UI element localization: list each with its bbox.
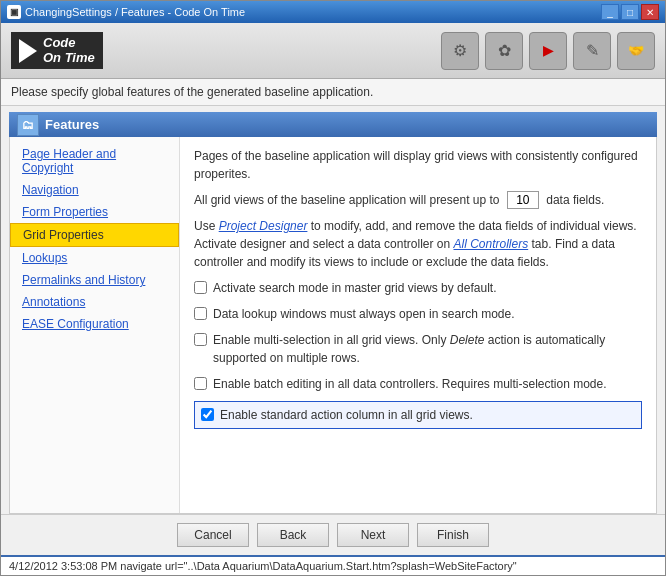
logo-text: Code On Time xyxy=(43,36,95,65)
nav-item-permalinks[interactable]: Permalinks and History xyxy=(10,269,179,291)
title-bar: ▣ ChangingSettings / Features - Code On … xyxy=(1,1,665,23)
checkbox-search-mode: Activate search mode in master grid view… xyxy=(194,279,642,297)
paragraph-3: Use Project Designer to modify, add, and… xyxy=(194,217,642,271)
settings-icon-btn[interactable]: ⚙ xyxy=(441,32,479,70)
nav-item-navigation[interactable]: Navigation xyxy=(10,179,179,201)
status-bar: 4/12/2012 3:53:08 PM navigate url="..\Da… xyxy=(1,555,665,575)
checkbox-search-mode-input[interactable] xyxy=(194,281,207,294)
nav-item-grid-properties[interactable]: Grid Properties xyxy=(10,223,179,247)
features-header: 🗂 Features xyxy=(9,112,657,137)
grid-count-suffix: data fields. xyxy=(546,191,604,209)
two-col-layout: Page Header and Copyright Navigation For… xyxy=(9,137,657,514)
status-text: 4/12/2012 3:53:08 PM navigate url="..\Da… xyxy=(9,560,517,572)
checkbox-batch-edit-label: Enable batch editing in all data control… xyxy=(213,375,607,393)
checkbox-lookup-search-label: Data lookup windows must always open in … xyxy=(213,305,515,323)
nav-item-form-properties[interactable]: Form Properties xyxy=(10,201,179,223)
checkbox-batch-edit: Enable batch editing in all data control… xyxy=(194,375,642,393)
checkbox-group: Activate search mode in master grid view… xyxy=(194,279,642,429)
grid-count-line: All grid views of the baseline applicati… xyxy=(194,191,642,209)
back-button[interactable]: Back xyxy=(257,523,329,547)
right-content: Pages of the baseline application will d… xyxy=(180,137,656,513)
left-nav: Page Header and Copyright Navigation For… xyxy=(10,137,180,513)
title-bar-controls: _ □ ✕ xyxy=(601,4,659,20)
grid-count-prefix: All grid views of the baseline applicati… xyxy=(194,191,500,209)
checkbox-lookup-search: Data lookup windows must always open in … xyxy=(194,305,642,323)
logo-box: Code On Time xyxy=(11,32,103,69)
checkbox-multi-select-input[interactable] xyxy=(194,333,207,346)
button-bar: Cancel Back Next Finish xyxy=(1,514,665,555)
features-label: Features xyxy=(45,117,99,132)
checkbox-lookup-search-input[interactable] xyxy=(194,307,207,320)
checkbox-batch-edit-input[interactable] xyxy=(194,377,207,390)
title-bar-icon: ▣ xyxy=(7,5,21,19)
checkbox-multi-select: Enable multi-selection in all grid views… xyxy=(194,331,642,367)
finish-button[interactable]: Finish xyxy=(417,523,489,547)
subtitle-bar: Please specify global features of the ge… xyxy=(1,79,665,106)
logo-chevron-icon xyxy=(19,39,37,63)
logo-area: Code On Time xyxy=(11,32,103,69)
features-icon: 🗂 xyxy=(17,114,39,136)
content-area: 🗂 Features Page Header and Copyright Nav… xyxy=(1,106,665,555)
checkbox-standard-action-label: Enable standard action column in all gri… xyxy=(220,406,473,424)
paragraph-1: Pages of the baseline application will d… xyxy=(194,147,642,183)
nav-item-annotations[interactable]: Annotations xyxy=(10,291,179,313)
app-header: Code On Time ⚙ ✿ ▶ ✎ 🤝 xyxy=(1,23,665,79)
header-icons: ⚙ ✿ ▶ ✎ 🤝 xyxy=(441,32,655,70)
project-designer-link[interactable]: Project Designer xyxy=(219,219,308,233)
title-bar-title: ChangingSettings / Features - Code On Ti… xyxy=(25,6,601,18)
nav-item-lookups[interactable]: Lookups xyxy=(10,247,179,269)
subtitle-text: Please specify global features of the ge… xyxy=(11,85,373,99)
maximize-button[interactable]: □ xyxy=(621,4,639,20)
checkbox-search-mode-label: Activate search mode in master grid view… xyxy=(213,279,496,297)
checkbox-multi-select-label: Enable multi-selection in all grid views… xyxy=(213,331,642,367)
handshake-icon-btn[interactable]: 🤝 xyxy=(617,32,655,70)
grid-count-input[interactable] xyxy=(507,191,539,209)
close-button[interactable]: ✕ xyxy=(641,4,659,20)
checkbox-standard-action: Enable standard action column in all gri… xyxy=(194,401,642,429)
checkbox-standard-action-input[interactable] xyxy=(201,408,214,421)
youtube-icon-btn[interactable]: ▶ xyxy=(529,32,567,70)
blog-icon-btn[interactable]: ✎ xyxy=(573,32,611,70)
nav-item-ease[interactable]: EASE Configuration xyxy=(10,313,179,335)
cancel-button[interactable]: Cancel xyxy=(177,523,249,547)
next-button[interactable]: Next xyxy=(337,523,409,547)
flower-icon-btn[interactable]: ✿ xyxy=(485,32,523,70)
minimize-button[interactable]: _ xyxy=(601,4,619,20)
all-controllers-link[interactable]: All Controllers xyxy=(454,237,529,251)
nav-item-page-header[interactable]: Page Header and Copyright xyxy=(10,143,179,179)
app-window: ▣ ChangingSettings / Features - Code On … xyxy=(0,0,666,576)
